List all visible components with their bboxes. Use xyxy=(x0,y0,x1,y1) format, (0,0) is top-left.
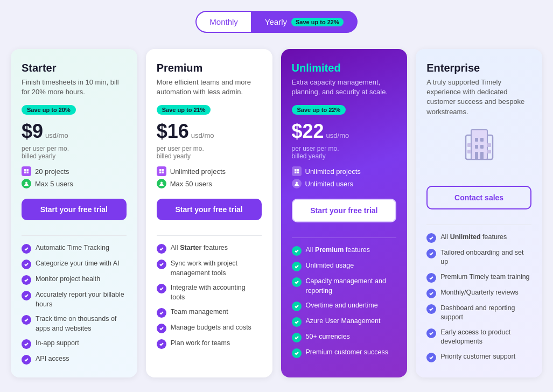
feature-item: Unlimited usage xyxy=(292,261,397,271)
unlimited-plan-name: Unlimited xyxy=(292,62,397,74)
premium-cta[interactable]: Start your free trial xyxy=(157,199,262,220)
svg-rect-22 xyxy=(480,152,484,159)
premium-projects-label: Unlimited projects xyxy=(170,167,226,176)
premium-features: All Starter features Sync work with proj… xyxy=(157,243,262,349)
billing-toggle: Monthly Yearly Save up to 22% xyxy=(11,11,542,33)
enterprise-building-icon xyxy=(458,124,501,167)
svg-rect-6 xyxy=(162,169,164,171)
premium-plan: Premium More efficient teams and more au… xyxy=(146,49,272,377)
check-icon xyxy=(157,284,166,293)
starter-price-sub: per user per mo.billed yearly xyxy=(22,145,127,160)
feature-item: 50+ currencies xyxy=(292,332,397,342)
enterprise-features: All Unlimited features Tailored onboardi… xyxy=(426,233,531,362)
starter-save-badge: Save up to 20% xyxy=(22,105,76,115)
premium-users: Max 50 users xyxy=(157,179,262,188)
check-icon xyxy=(292,246,302,256)
feature-item: Track time on thousands of apps and webs… xyxy=(22,314,127,333)
svg-point-9 xyxy=(160,182,163,184)
check-icon xyxy=(426,249,436,258)
svg-rect-23 xyxy=(467,143,471,147)
check-icon xyxy=(292,262,302,271)
check-icon xyxy=(426,353,436,362)
projects-icon xyxy=(292,166,302,176)
check-icon xyxy=(157,244,166,254)
check-icon xyxy=(22,244,31,254)
yearly-toggle[interactable]: Yearly Save up to 22% xyxy=(251,11,358,33)
feature-item: Capacity management and reporting xyxy=(292,277,397,296)
feature-item: Automatic Time Tracking xyxy=(22,243,127,254)
yearly-label: Yearly xyxy=(265,17,287,26)
feature-item: Plan work for teams xyxy=(157,339,262,349)
check-icon xyxy=(22,315,31,325)
feature-item: Priority customer support xyxy=(426,352,531,362)
enterprise-plan-name: Enterprise xyxy=(426,62,531,74)
premium-plan-name: Premium xyxy=(157,62,262,74)
svg-rect-3 xyxy=(27,172,29,174)
unlimited-price-row: $22 usd/mo xyxy=(292,120,397,143)
svg-rect-13 xyxy=(297,172,299,174)
check-icon xyxy=(22,291,31,300)
svg-rect-19 xyxy=(475,145,478,149)
feature-item: All Premium features xyxy=(292,246,397,256)
starter-projects-label: 20 projects xyxy=(35,167,69,176)
check-icon xyxy=(292,317,302,327)
unlimited-projects-label: Unlimited projects xyxy=(305,167,361,176)
premium-price: $16 xyxy=(157,120,189,143)
unlimited-users: Unlimited users xyxy=(292,179,397,188)
svg-rect-2 xyxy=(24,172,26,174)
check-icon xyxy=(22,275,31,285)
feature-item: Manage budgets and costs xyxy=(157,323,262,333)
starter-plan-name: Starter xyxy=(22,62,127,74)
svg-rect-8 xyxy=(162,172,164,174)
premium-users-label: Max 50 users xyxy=(170,180,212,188)
feature-item: Dashboard and reporting support xyxy=(426,304,531,323)
svg-rect-21 xyxy=(475,152,478,159)
check-icon xyxy=(426,289,436,298)
check-icon xyxy=(426,328,436,338)
feature-item: API access xyxy=(22,354,127,365)
check-icon xyxy=(426,273,436,283)
enterprise-plan: Enterprise A truly supported Timely expe… xyxy=(416,49,542,377)
unlimited-price-sub: per user per mo.billed yearly xyxy=(292,145,397,160)
yearly-save-badge: Save up to 22% xyxy=(291,18,344,26)
starter-users: Max 5 users xyxy=(22,179,127,188)
projects-icon xyxy=(22,166,31,176)
unlimited-plan-desc: Extra capacity management, planning, and… xyxy=(292,78,397,97)
check-icon xyxy=(292,333,302,342)
feature-item: Tailored onboarding and set up xyxy=(426,248,531,267)
svg-rect-12 xyxy=(295,172,297,174)
starter-cta[interactable]: Start your free trial xyxy=(22,199,127,220)
enterprise-divider xyxy=(426,225,531,225)
unlimited-cta[interactable]: Start your free trial xyxy=(292,199,397,222)
starter-features: Automatic Time Tracking Categorize your … xyxy=(22,243,127,365)
svg-rect-1 xyxy=(27,169,29,171)
svg-rect-5 xyxy=(159,169,162,171)
feature-item: Early access to product developments xyxy=(426,328,531,347)
starter-plan-desc: Finish timesheets in 10 min, bill for 20… xyxy=(22,78,127,97)
unlimited-price-unit: usd/mo xyxy=(326,131,349,139)
svg-rect-0 xyxy=(24,169,26,171)
starter-plan: Starter Finish timesheets in 10 min, bil… xyxy=(11,49,137,377)
feature-item: All Unlimited features xyxy=(426,233,531,243)
enterprise-cta[interactable]: Contact sales xyxy=(426,186,531,209)
plans-container: Starter Finish timesheets in 10 min, bil… xyxy=(11,49,542,377)
svg-rect-17 xyxy=(475,138,478,142)
unlimited-price: $22 xyxy=(292,120,324,143)
feature-item: Azure User Management xyxy=(292,317,397,327)
unlimited-divider xyxy=(292,237,397,238)
monthly-toggle[interactable]: Monthly xyxy=(195,11,251,33)
unlimited-plan: Unlimited Extra capacity management, pla… xyxy=(281,49,408,377)
feature-item: Monitor project health xyxy=(22,275,127,285)
feature-item: Integrate with accounting tools xyxy=(157,283,262,302)
check-icon xyxy=(426,304,436,314)
svg-rect-18 xyxy=(480,138,484,142)
unlimited-projects: Unlimited projects xyxy=(292,166,397,176)
feature-item: Monthly/Quarterly reviews xyxy=(426,288,531,298)
svg-rect-16 xyxy=(471,130,487,159)
svg-point-14 xyxy=(296,182,298,184)
starter-users-label: Max 5 users xyxy=(35,180,73,188)
check-icon xyxy=(22,339,31,349)
svg-rect-20 xyxy=(480,145,484,149)
unlimited-users-label: Unlimited users xyxy=(305,180,354,188)
starter-projects: 20 projects xyxy=(22,166,127,176)
